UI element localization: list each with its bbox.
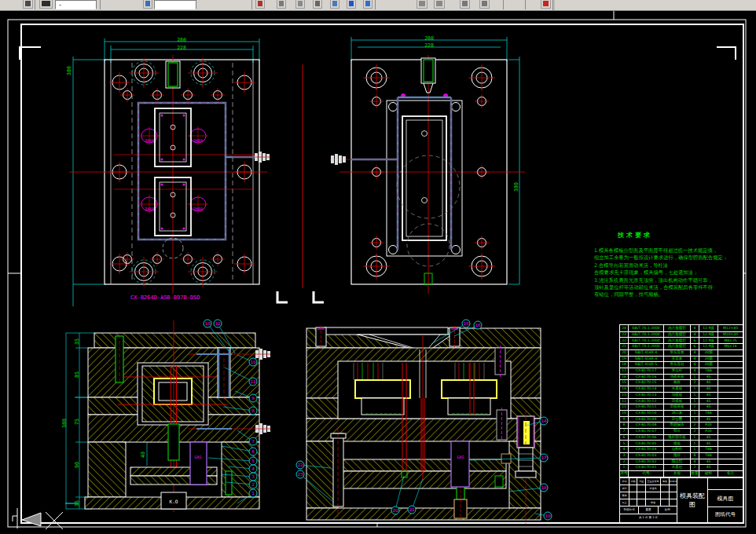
toolbar-separator — [525, 0, 526, 9]
bom-cell — [717, 435, 743, 441]
help-icon-glyph — [543, 1, 549, 6]
bom-cell: 45 — [699, 399, 717, 404]
bom-cell — [717, 386, 743, 392]
arrow-down-icon[interactable] — [347, 0, 356, 9]
bom-cell — [717, 422, 743, 428]
dim-label: 3X60 — [193, 207, 203, 211]
bom-cell: 带头导柱 — [663, 362, 690, 368]
bom-cell — [717, 459, 743, 465]
bom-row: 11CX-B170-11定模座板145 — [620, 404, 743, 410]
bom-cell: 浇口套 — [663, 411, 690, 416]
bom-cell: 定位圈 — [663, 417, 690, 422]
bom-cell: CX-B170-04 — [628, 447, 663, 452]
projection-symbol — [13, 503, 79, 529]
bom-cell: 1 — [690, 404, 699, 410]
toolbar-separator — [35, 0, 35, 9]
title-block-row: 标记处数分区更改文件号签名年月日 — [620, 478, 677, 485]
bom-cell — [717, 417, 743, 422]
view-section-b[interactable] — [306, 326, 541, 525]
bom-header-cell: 数量 — [690, 471, 699, 477]
bom-cell: 12.9级 — [699, 338, 717, 343]
dim-label: 280 — [177, 37, 186, 43]
style-combo[interactable] — [154, 0, 196, 9]
toolbar[interactable]: - — [0, 0, 756, 11]
title-block-cell: 批准 — [645, 499, 661, 506]
return-pin — [331, 428, 346, 517]
bom-row: 10CX-B170-10浇口套1T8A — [620, 410, 743, 416]
stamp-empty-cell — [708, 478, 743, 489]
copy-icon-glyph — [279, 1, 284, 6]
color-swatch-icon-glyph — [145, 1, 150, 6]
chart-icon[interactable] — [460, 0, 470, 9]
sheet-count-cell: 共 1 张 第 1 张 — [620, 514, 677, 522]
tech-note-line: 有错位，间隙平整，排气顺畅。 — [594, 291, 753, 298]
bom-cell: CX-B170-08 — [628, 422, 663, 428]
bom-cell: 2 — [690, 422, 699, 428]
layer-combo[interactable]: - — [55, 0, 97, 9]
bom-cell: P20 — [699, 422, 717, 428]
sum-icon[interactable] — [479, 0, 490, 9]
bom-cell: CX-B170-14 — [628, 386, 663, 392]
drawing-code-label: CX-0264D-A5B-B97B-D5D — [130, 294, 200, 301]
bom-cell — [717, 447, 743, 452]
balloon-number: 23 — [298, 472, 303, 477]
title-block-signature-grid: 标记处数分区更改文件号签名年月日设计标准化审核工艺批准阶段标记重量比例共 1 张… — [620, 478, 677, 522]
bom-cell: GB/T 4169.4 — [628, 350, 663, 356]
balloon-number: 5 — [251, 459, 255, 463]
bom-cell — [717, 441, 743, 446]
cells-icon[interactable] — [417, 0, 428, 9]
bom-row: 4CX-B170-04拉料杆1T8A — [620, 446, 743, 452]
title-block: 标记处数分区更改文件号签名年月日设计标准化审核工艺批准阶段标记重量比例共 1 张… — [619, 477, 743, 523]
bom-cell: 7 — [620, 429, 628, 434]
bom-cell: 内六角螺钉 — [663, 338, 690, 343]
bom-cell: 1 — [690, 393, 699, 398]
view-plan-fixed-half[interactable] — [69, 38, 270, 306]
dim-style-icon[interactable] — [39, 0, 53, 9]
bom-cell: 1 — [690, 417, 699, 422]
dim-label: 3X60 — [145, 138, 154, 143]
refresh-icon-glyph — [365, 1, 370, 6]
chart-icon-glyph — [462, 1, 468, 6]
bom-cell: 20钢 — [699, 357, 717, 362]
merge-cells-icon[interactable] — [434, 0, 445, 9]
view-plan-moving-half[interactable] — [330, 37, 525, 294]
help-icon[interactable] — [541, 0, 551, 9]
copy-icon[interactable] — [277, 0, 286, 9]
bom-cell: 4 — [690, 459, 699, 465]
new-icon[interactable] — [23, 0, 33, 9]
bom-cell: 1 — [690, 435, 699, 441]
title-block-cell: 审核 — [620, 492, 629, 499]
bom-row: 13CX-B170-13动模板145 — [620, 392, 743, 398]
table-icon[interactable] — [330, 0, 339, 9]
stamp-doc-code: 图纸代号 — [708, 507, 743, 522]
title-block-cell — [645, 492, 661, 499]
color-swatch-icon[interactable] — [143, 0, 152, 9]
bom-cell — [717, 404, 743, 410]
dim-label: 35 — [74, 500, 80, 507]
toolbar-panel-edge — [552, 0, 555, 10]
refresh-icon[interactable] — [363, 0, 372, 9]
edit-icon[interactable] — [255, 0, 265, 9]
layout-icon[interactable] — [313, 0, 322, 9]
bom-cell: M12×40 — [717, 325, 743, 331]
bom-cell: CX-B170-09 — [628, 417, 663, 422]
bom-cell: CX-B170-15 — [628, 380, 663, 386]
bom-cell: 2 — [620, 459, 628, 465]
cooling-channel — [138, 103, 226, 240]
bom-cell: 5 — [620, 441, 628, 446]
paste-icon[interactable] — [295, 0, 305, 9]
bom-cell: 限位钉 — [663, 459, 690, 465]
bom-cell: CX-B170-05 — [628, 441, 663, 446]
dim-label: 90 — [74, 462, 80, 468]
bom-cell: 1 — [690, 399, 699, 404]
title-block-cell: 年月日 — [669, 478, 677, 485]
balloon-number: 3 — [251, 474, 255, 479]
bom-cell: 推板 — [663, 441, 690, 446]
dim-label: 380 — [513, 182, 519, 192]
title-block-cell: 更改文件号 — [645, 478, 661, 485]
balloon-number: 6 — [251, 449, 255, 454]
bom-cell: 4 — [620, 447, 628, 452]
bom-cell: 4 — [690, 325, 699, 331]
bom-cell: 45 — [699, 375, 717, 380]
datum-corner-symbol — [314, 291, 324, 302]
